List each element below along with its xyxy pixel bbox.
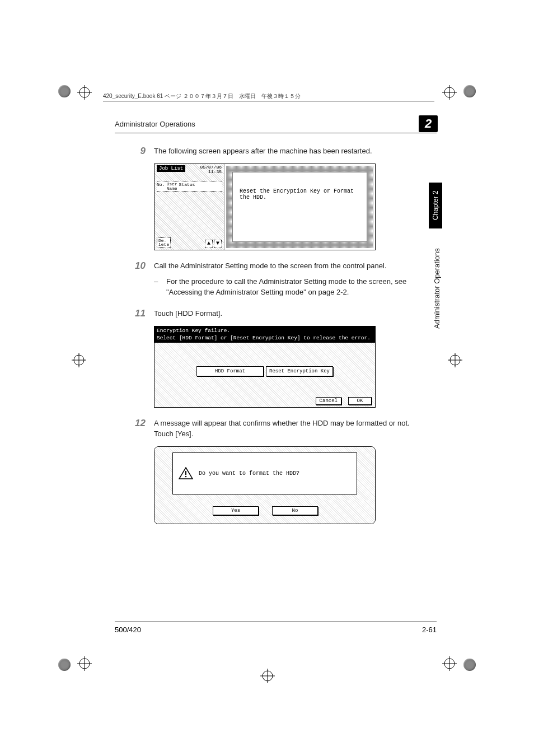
registration-mark xyxy=(442,656,457,671)
page-header: 420_security_E.book 61 ページ ２００７年３月７日 水曜日… xyxy=(103,92,301,100)
down-arrow-button[interactable]: ▼ xyxy=(214,240,222,248)
up-arrow-button[interactable]: ▲ xyxy=(205,240,213,248)
date-time: 05/07/0611:35 xyxy=(200,165,222,174)
step-text: Touch [HDD Format]. xyxy=(154,308,437,319)
running-head: Administrator Operations 2 xyxy=(115,119,437,136)
registration-mark xyxy=(448,353,462,367)
step-text: The following screen appears after the m… xyxy=(154,146,437,157)
running-head-text: Administrator Operations xyxy=(115,120,195,128)
step-text: A message will appear that confirms whet… xyxy=(154,418,437,429)
step-number: 11 xyxy=(115,308,154,319)
warning-icon xyxy=(179,467,193,479)
crop-sphere xyxy=(463,659,476,671)
table-header: No. User Name Status xyxy=(157,181,222,191)
page-content: Administrator Operations 2 9 The followi… xyxy=(115,119,437,524)
crop-sphere xyxy=(463,85,476,97)
ok-button[interactable]: OK xyxy=(348,397,372,405)
registration-mark xyxy=(77,656,92,671)
crop-sphere xyxy=(58,85,71,97)
registration-mark xyxy=(77,85,92,100)
message-panel: Reset the Encryption Key or Format the H… xyxy=(232,172,367,242)
cancel-button[interactable]: Cancel xyxy=(316,397,341,405)
step-number: 9 xyxy=(115,146,154,157)
registration-mark xyxy=(260,669,275,683)
job-list-tab: Job List xyxy=(157,165,185,172)
hdd-format-button[interactable]: HDD Format xyxy=(196,366,264,376)
no-button[interactable]: No xyxy=(272,506,318,515)
step-12: 12 A message will appear that confirms w… xyxy=(115,418,437,440)
chapter-tab: 2 xyxy=(419,115,438,132)
side-section-label: Administrator Operations xyxy=(433,241,441,336)
page-footer: 500/420 2-61 xyxy=(115,622,437,634)
screenshot-3: Do you want to format the HDD? Yes No xyxy=(154,446,376,524)
screenshot-2: Encryption Key failure. Select [HDD Form… xyxy=(154,326,376,408)
yes-button[interactable]: Yes xyxy=(213,506,259,515)
page-header-rule xyxy=(103,101,434,101)
confirm-message: Do you want to format the HDD? xyxy=(199,470,299,477)
svg-point-22 xyxy=(185,476,187,478)
registration-mark xyxy=(72,353,86,367)
crop-sphere xyxy=(58,659,71,671)
step-number: 10 xyxy=(115,260,154,298)
footer-left: 500/420 xyxy=(115,626,141,634)
step-text: Call the Administrator Setting mode to t… xyxy=(154,260,437,272)
step-10: 10 Call the Administrator Setting mode t… xyxy=(115,260,437,298)
reset-encryption-key-button[interactable]: Reset Encryption Key xyxy=(266,366,333,376)
footer-right: 2-61 xyxy=(422,626,437,634)
error-header: Encryption Key failure. Select [HDD Form… xyxy=(154,326,375,343)
step-9: 9 The following screen appears after the… xyxy=(115,146,437,157)
step-number: 12 xyxy=(115,418,154,440)
step-11: 11 Touch [HDD Format]. xyxy=(115,308,437,319)
registration-mark xyxy=(442,85,457,100)
step-text-2: Touch [Yes]. xyxy=(154,428,437,440)
delete-button[interactable]: De- lete xyxy=(157,237,171,248)
bullet-dash: – xyxy=(154,276,166,298)
bullet-text: For the procedure to call the Administra… xyxy=(166,276,437,298)
screenshot-1: Job List 05/07/0611:35 No. User Name Sta… xyxy=(154,164,376,250)
side-chapter-tab: Chapter 2 xyxy=(429,183,442,228)
